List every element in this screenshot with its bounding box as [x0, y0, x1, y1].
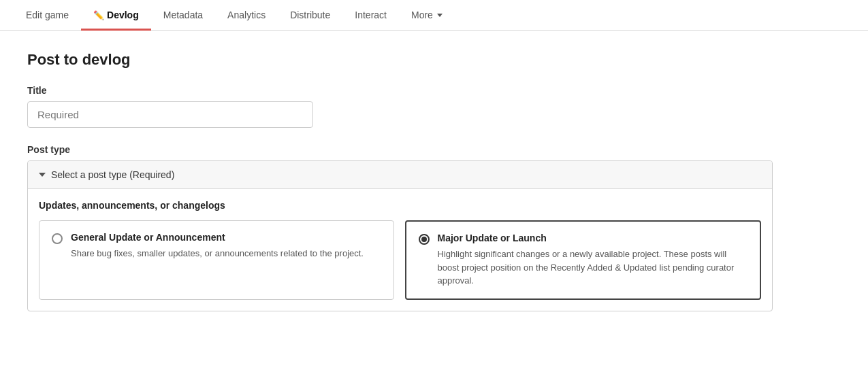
option-major-title: Major Update or Launch [438, 233, 748, 243]
post-type-section: Post type Select a post type (Required) … [27, 144, 841, 311]
category-label: Updates, announcements, or changelogs [39, 200, 761, 211]
tab-more[interactable]: More [399, 0, 455, 30]
triangle-down-icon [39, 173, 46, 177]
option-general-title: General Update or Announcement [71, 232, 381, 243]
option-general-desc: Share bug fixes, smaller updates, or ann… [71, 247, 381, 260]
post-type-header[interactable]: Select a post type (Required) [28, 161, 772, 189]
option-general[interactable]: General Update or Announcement Share bug… [39, 220, 394, 300]
tab-edit-game[interactable]: Edit game [14, 0, 81, 30]
option-general-content: General Update or Announcement Share bug… [71, 232, 381, 260]
page-title: Post to devlog [27, 51, 841, 69]
chevron-down-icon [437, 14, 443, 17]
post-type-body: Updates, announcements, or changelogs Ge… [28, 189, 772, 311]
option-major-content: Major Update or Launch Highlight signifi… [438, 233, 748, 288]
radio-major[interactable] [419, 234, 430, 245]
tab-distribute[interactable]: Distribute [278, 0, 342, 30]
tab-navigation: Edit game ✏️Devlog Metadata Analytics Di… [0, 0, 868, 31]
tab-devlog[interactable]: ✏️Devlog [81, 0, 151, 30]
options-row: General Update or Announcement Share bug… [39, 220, 761, 300]
option-major[interactable]: Major Update or Launch Highlight signifi… [405, 220, 762, 300]
title-label: Title [27, 85, 841, 96]
devlog-icon: ✏️ [93, 10, 104, 20]
dropdown-header-label: Select a post type (Required) [51, 169, 174, 180]
title-field-group: Title [27, 85, 841, 144]
post-type-dropdown: Select a post type (Required) Updates, a… [27, 160, 773, 311]
radio-general[interactable] [52, 233, 63, 244]
post-type-label: Post type [27, 144, 841, 155]
tab-analytics[interactable]: Analytics [215, 0, 278, 30]
page-wrapper: Edit game ✏️Devlog Metadata Analytics Di… [0, 0, 868, 376]
option-major-desc: Highlight significant changes or a newly… [438, 247, 748, 288]
tab-interact[interactable]: Interact [342, 0, 399, 30]
title-input[interactable] [27, 101, 313, 128]
main-content: Post to devlog Title Post type Select a … [0, 31, 868, 345]
tab-metadata[interactable]: Metadata [151, 0, 215, 30]
